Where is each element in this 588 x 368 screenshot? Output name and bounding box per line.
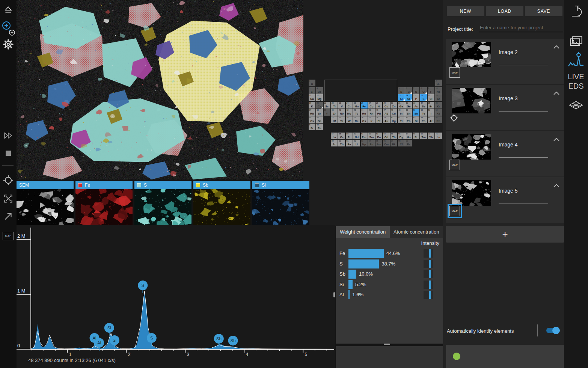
new-project-button[interactable]: NEW xyxy=(447,6,484,16)
element-cell-ce[interactable]: 58Ce xyxy=(338,133,345,139)
element-cell-po[interactable]: 84Po xyxy=(420,116,427,123)
element-cell-si[interactable]: 14Si xyxy=(405,94,412,101)
map-panel-thumbnail[interactable] xyxy=(193,189,250,225)
magnification-tool-button[interactable] xyxy=(0,20,17,38)
element-cell-es[interactable]: 99Es xyxy=(405,140,412,146)
element-cell-ru[interactable]: 44Ru xyxy=(361,109,368,116)
map-panel-thumbnail[interactable] xyxy=(252,189,309,225)
element-cell-os[interactable]: 76Os xyxy=(361,116,368,123)
element-cell-er[interactable]: 68Er xyxy=(413,133,419,139)
element-cell-am[interactable]: 95Am xyxy=(375,140,382,146)
element-cell-mg[interactable]: 12Mg xyxy=(316,94,323,101)
map-panel-header[interactable]: Si xyxy=(252,181,309,189)
element-cell-at[interactable]: 85At xyxy=(428,116,434,123)
element-cell-w[interactable]: 74W xyxy=(346,116,353,123)
map-panel-header[interactable]: Fe xyxy=(75,181,133,189)
image-card-5[interactable]: Image 5MAP xyxy=(446,177,564,223)
element-cell-br[interactable]: 35Br xyxy=(428,102,434,109)
image-card-3[interactable]: Image 3 xyxy=(446,85,564,130)
element-cell-cd[interactable]: 48Cd xyxy=(390,109,397,116)
tab-atomic-concentration[interactable]: Atomic concentration xyxy=(390,226,443,238)
element-cell-ag[interactable]: 47Ag xyxy=(383,109,390,116)
element-cell-b[interactable]: 5B xyxy=(398,87,405,94)
map-mode-button[interactable]: MAP xyxy=(0,229,17,243)
map-panel-s[interactable]: S xyxy=(134,181,191,225)
element-cell-sm[interactable]: 62Sm xyxy=(368,133,375,139)
element-cell-cu[interactable]: 29Cu xyxy=(383,102,390,109)
element-cell-pa[interactable]: 91Pa xyxy=(346,140,353,146)
map-panel-sb[interactable]: Sb xyxy=(193,181,250,225)
element-cell-n[interactable]: 7N xyxy=(413,87,419,94)
tab-weight-concentration[interactable]: Weight concentration xyxy=(336,226,390,238)
map-panel-header[interactable]: SEM xyxy=(17,181,74,189)
element-cell-pm[interactable]: 61Pm xyxy=(361,133,368,139)
element-cell-u[interactable]: 92U xyxy=(353,140,360,146)
element-cell-as[interactable]: 33As xyxy=(413,102,419,109)
element-cell-eu[interactable]: 63Eu xyxy=(375,133,382,139)
element-cell-ta[interactable]: 73Ta xyxy=(338,116,345,123)
image-name[interactable]: Image 3 xyxy=(499,95,518,101)
element-cell-hf[interactable]: 72Hf xyxy=(331,116,338,123)
map-panel-header[interactable]: S xyxy=(134,181,191,189)
collapse-chevron-icon[interactable] xyxy=(553,137,560,142)
element-cell-cr[interactable]: 24Cr xyxy=(346,102,353,109)
element-cell-ar[interactable]: 18Ar xyxy=(435,94,442,101)
image-name[interactable]: Image 2 xyxy=(499,49,518,55)
map-badge[interactable]: MAP xyxy=(449,206,460,216)
element-cell-sr[interactable]: 38Sr xyxy=(316,109,323,116)
element-cell-al[interactable]: 13Al xyxy=(398,94,405,101)
element-cell-fr[interactable]: 87Fr xyxy=(309,124,315,130)
map-panel-thumbnail[interactable] xyxy=(75,189,133,225)
element-cell-li[interactable]: 3Li xyxy=(309,87,315,94)
element-cell-tl[interactable]: 81Tl xyxy=(398,116,405,123)
element-cell-v[interactable]: 23V xyxy=(338,102,345,109)
map-badge[interactable]: MAP xyxy=(449,67,460,78)
map-panel-header[interactable]: Sb xyxy=(193,181,250,189)
element-cell-pr[interactable]: 59Pr xyxy=(346,133,353,139)
element-cell-nd[interactable]: 60Nd xyxy=(353,133,360,139)
element-cell-rh[interactable]: 45Rh xyxy=(368,109,375,116)
element-cell-k[interactable]: 19K xyxy=(309,102,315,109)
element-cell-in[interactable]: 49In xyxy=(398,109,405,116)
map-panel-si[interactable]: Si xyxy=(252,181,309,225)
map-panel-thumbnail[interactable] xyxy=(134,189,191,225)
map-panel-fe[interactable]: Fe xyxy=(75,181,133,225)
element-cell-pb[interactable]: 82Pb xyxy=(405,116,412,123)
element-cell-nb[interactable]: 41Nb xyxy=(338,109,345,116)
element-cell-ca[interactable]: 20Ca xyxy=(316,102,323,109)
element-cell-s[interactable]: 16S xyxy=(420,94,427,101)
element-cell-te[interactable]: 52Te xyxy=(420,109,427,116)
element-cell-zn[interactable]: 30Zn xyxy=(390,102,397,109)
element-cell-c[interactable]: 6C xyxy=(405,87,412,94)
element-cell-zr[interactable]: 40Zr xyxy=(331,109,338,116)
image-thumbnail[interactable] xyxy=(452,134,491,160)
element-cell-hg[interactable]: 80Hg xyxy=(390,116,397,123)
expand-tool-button[interactable] xyxy=(0,192,17,205)
element-cell-ne[interactable]: 10Ne xyxy=(435,87,442,94)
element-cell-p[interactable]: 15P xyxy=(413,94,419,101)
image-thumbnail[interactable] xyxy=(452,180,491,206)
element-cell-la[interactable]: 57La xyxy=(331,133,338,139)
fast-forward-button[interactable] xyxy=(0,129,17,142)
element-cell-ac[interactable]: 89Ac xyxy=(331,140,338,146)
image-name[interactable]: Image 4 xyxy=(499,142,518,148)
element-cell-yb[interactable]: 70Yb xyxy=(428,133,434,139)
element-cell-bk[interactable]: 97Bk xyxy=(390,140,397,146)
element-cell-mo[interactable]: 42Mo xyxy=(346,109,353,116)
element-cell-f[interactable]: 9F xyxy=(428,87,434,94)
element-cell-tc[interactable]: 43Tc xyxy=(353,109,360,116)
element-cell-na[interactable]: 11Na xyxy=(309,94,315,101)
live-eds-mode-button[interactable] xyxy=(564,52,588,68)
element-cell-co[interactable]: 27Co xyxy=(368,102,375,109)
element-cell-au[interactable]: 79Au xyxy=(383,116,390,123)
image-gallery-button[interactable] xyxy=(564,35,588,48)
element-cell-cm[interactable]: 96Cm xyxy=(383,140,390,146)
element-cell-o[interactable]: 8O xyxy=(420,87,427,94)
element-cell-ra[interactable]: 88Ra xyxy=(316,124,323,130)
element-cell-rb[interactable]: 37Rb xyxy=(309,109,315,116)
collapse-chevron-icon[interactable] xyxy=(553,91,560,95)
element-cell-sn[interactable]: 50Sn xyxy=(405,109,412,116)
element-cell-ir[interactable]: 77Ir xyxy=(368,116,375,123)
element-cell-fe[interactable]: 26Fe xyxy=(361,102,368,109)
microscope-mode-button[interactable] xyxy=(564,5,588,19)
